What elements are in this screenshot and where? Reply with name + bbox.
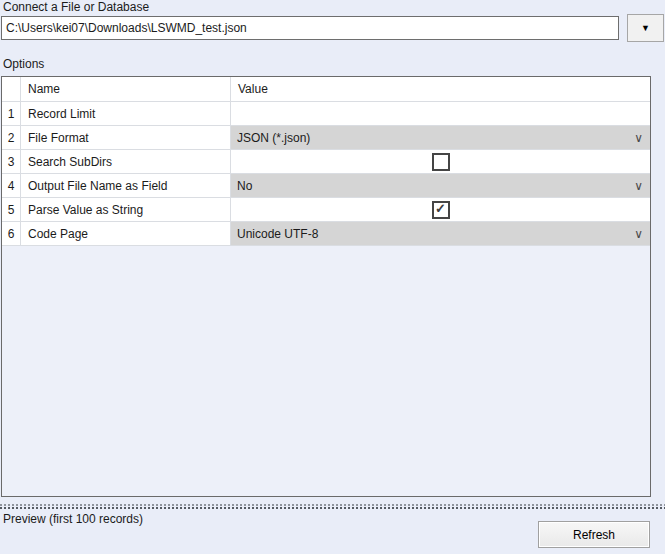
file-format-selected-value: JSON (*.json) (237, 131, 310, 145)
output-filename-dropdown[interactable]: No ∨ (231, 174, 650, 197)
preview-label: Preview (first 100 records) (3, 512, 143, 526)
row-number: 5 (2, 198, 21, 221)
chevron-down-icon: ∨ (634, 131, 643, 143)
option-name: Search SubDirs (21, 150, 231, 173)
file-format-dropdown[interactable]: JSON (*.json) ∨ (231, 126, 650, 149)
row-number: 1 (2, 102, 21, 125)
options-table: Name Value 1 Record Limit 2 File Format … (1, 76, 651, 497)
row-number: 3 (2, 150, 21, 173)
option-name: Parse Value as String (21, 198, 231, 221)
table-row: 5 Parse Value as String ✓ (2, 198, 650, 222)
table-row: 3 Search SubDirs ✓ (2, 150, 650, 174)
header-value-cell: Value (231, 77, 650, 101)
connect-file-label: Connect a File or Database (3, 0, 149, 14)
option-name: Code Page (21, 222, 231, 245)
option-name: File Format (21, 126, 231, 149)
code-page-dropdown[interactable]: Unicode UTF-8 ∨ (231, 222, 650, 245)
horizontal-splitter[interactable] (0, 503, 665, 511)
file-path-value: C:\Users\kei07\Downloads\LSWMD_test.json (6, 21, 247, 35)
table-row: 4 Output File Name as Field No ∨ (2, 174, 650, 198)
table-row: 1 Record Limit (2, 102, 650, 126)
check-icon: ✓ (435, 202, 446, 215)
record-limit-value-cell[interactable] (231, 102, 650, 125)
file-path-input[interactable]: C:\Users\kei07\Downloads\LSWMD_test.json (1, 16, 619, 40)
header-name-cell: Name (21, 77, 231, 101)
table-header-row: Name Value (2, 77, 650, 102)
options-label: Options (3, 57, 44, 71)
row-number: 4 (2, 174, 21, 197)
option-name: Output File Name as Field (21, 174, 231, 197)
refresh-button[interactable]: Refresh (538, 521, 650, 548)
header-row-number-cell (2, 77, 21, 101)
chevron-down-icon: ∨ (634, 179, 643, 191)
table-row: 2 File Format JSON (*.json) ∨ (2, 126, 650, 150)
file-dropdown-button[interactable]: ▼ (627, 14, 664, 42)
table-row: 6 Code Page Unicode UTF-8 ∨ (2, 222, 650, 246)
parse-value-as-string-checkbox[interactable]: ✓ (432, 201, 450, 219)
option-name: Record Limit (21, 102, 231, 125)
row-number: 2 (2, 126, 21, 149)
output-filename-selected-value: No (237, 179, 252, 193)
code-page-selected-value: Unicode UTF-8 (237, 227, 318, 241)
dropdown-arrow-icon: ▼ (641, 24, 650, 33)
chevron-down-icon: ∨ (634, 227, 643, 239)
search-subdirs-checkbox[interactable]: ✓ (432, 153, 450, 171)
row-number: 6 (2, 222, 21, 245)
